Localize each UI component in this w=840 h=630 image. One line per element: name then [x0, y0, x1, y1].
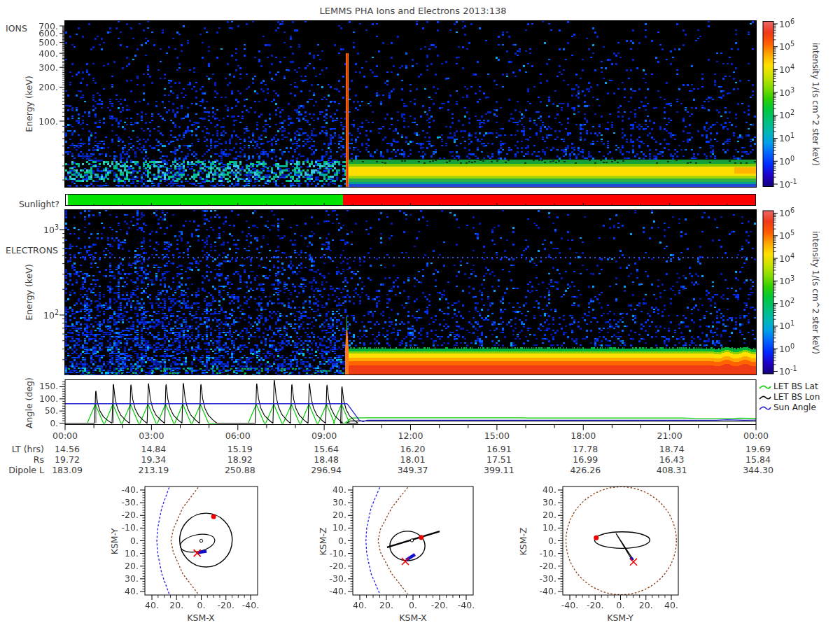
- ephemeris-value: 14.56: [55, 444, 80, 454]
- ephemeris-value: 17.51: [486, 454, 512, 465]
- electron-energy-axis-label: Energy (keV): [24, 263, 34, 322]
- row-label-dipole-l: Dipole L: [2, 465, 44, 475]
- svg-text:0.: 0.: [338, 536, 346, 546]
- ephemeris-value: 250.88: [225, 465, 255, 475]
- legend-item-sun-angle: Sun Angle: [759, 402, 816, 412]
- ephemeris-value: 183.09: [52, 465, 83, 475]
- svg-text:106: 106: [779, 18, 794, 29]
- svg-text:200.: 200.: [38, 82, 58, 92]
- svg-text:10.: 10.: [125, 548, 139, 559]
- ion-y-axis: 700.600.500.400.300.200.100.: [38, 21, 65, 181]
- svg-text:105: 105: [779, 229, 794, 241]
- ephemeris-value: 399.11: [484, 465, 514, 475]
- svg-text:102: 102: [779, 108, 794, 120]
- ephemeris-value: 15.64: [314, 444, 339, 454]
- svg-text:10-1: 10-1: [779, 365, 797, 377]
- legend-line-blue: [759, 403, 771, 412]
- svg-text:-10.: -10.: [330, 548, 346, 559]
- svg-text:-40.: -40.: [561, 600, 578, 610]
- ephemeris-value: 18.92: [227, 454, 253, 465]
- svg-text:103: 103: [43, 223, 59, 235]
- time-tick-label: 18:00: [570, 430, 596, 441]
- svg-text:100.: 100.: [38, 116, 58, 127]
- svg-text:20.: 20.: [125, 561, 139, 571]
- sunlight-segment-shadow: [343, 195, 755, 205]
- ephemeris-value: 18.48: [314, 454, 339, 465]
- svg-text:100: 100: [779, 155, 794, 167]
- svg-text:30.: 30.: [125, 573, 139, 584]
- svg-text:100: 100: [779, 342, 794, 354]
- sunlight-label: Sunlight?: [19, 199, 59, 209]
- angle-axis-label: Angle (deg): [24, 377, 34, 430]
- svg-text:40.: 40.: [332, 484, 346, 495]
- ion-energy-axis-label: Energy (keV): [24, 75, 34, 134]
- ephemeris-value: 408.31: [657, 465, 687, 475]
- svg-text:40.: 40.: [542, 484, 556, 495]
- ephemeris-value: 16.43: [659, 454, 685, 465]
- svg-text:40.: 40.: [125, 586, 139, 596]
- ephemeris-value: 296.94: [311, 465, 342, 475]
- orbit2-xlabel: KSM-X: [385, 612, 441, 623]
- svg-text:20.: 20.: [169, 600, 183, 610]
- svg-text:105: 105: [779, 40, 794, 52]
- legend-label: LET BS Lon: [774, 392, 820, 402]
- svg-text:106: 106: [779, 206, 794, 218]
- legend-item-let-bs-lat: LET BS Lat: [759, 382, 818, 391]
- svg-text:700.: 700.: [38, 21, 58, 31]
- time-tick-label: 03:00: [139, 430, 164, 441]
- svg-text:20.: 20.: [379, 600, 393, 610]
- sunlight-segment-sunlit: [68, 195, 343, 205]
- orbit1-ylabel: KSM-Y: [109, 514, 120, 570]
- legend-line-black: [759, 393, 771, 401]
- svg-text:-20.: -20.: [330, 561, 346, 571]
- sunlight-bar: [65, 194, 756, 206]
- svg-text:101: 101: [779, 319, 794, 331]
- time-tick-label: 00:00: [52, 430, 78, 441]
- svg-text:0.: 0.: [409, 600, 417, 610]
- row-label-rs: Rs: [2, 454, 44, 465]
- svg-text:-10.: -10.: [540, 548, 556, 559]
- svg-text:0.: 0.: [617, 600, 625, 610]
- svg-text:40.: 40.: [353, 600, 367, 610]
- ephemeris-value: 16.20: [400, 444, 426, 454]
- orbit-ksmz-vs-ksmy: -40.-20.0.20.40.40.30.20.10.0.-10.-20.-3…: [540, 484, 678, 610]
- svg-text:0.: 0.: [50, 419, 58, 428]
- svg-text:0.: 0.: [197, 600, 206, 610]
- svg-text:-30.: -30.: [122, 497, 139, 507]
- ion-colorbar-label: intensity 1/(s cm^2 ster keV): [811, 39, 820, 169]
- lemms-pha-plot-page: LEMMS PHA Ions and Electrons 2013:138 IO…: [0, 0, 840, 630]
- ephemeris-value: 14.84: [141, 444, 166, 454]
- svg-text:0.: 0.: [130, 536, 139, 546]
- electron-y-axis: 103102: [43, 223, 65, 360]
- svg-text:150.: 150.: [39, 382, 58, 391]
- ephemeris-value: 16.91: [486, 444, 512, 454]
- svg-text:-40.: -40.: [242, 600, 259, 610]
- legend-label: Sun Angle: [774, 402, 816, 412]
- svg-text:-20.: -20.: [218, 600, 234, 610]
- svg-text:-10.: -10.: [122, 522, 139, 533]
- time-tick-label: 09:00: [312, 430, 337, 441]
- orbit1-xlabel: KSM-X: [173, 612, 229, 623]
- svg-text:20.: 20.: [542, 510, 556, 520]
- orbit-ksmz-vs-ksmx: 40.20.0.-20.-40.40.30.20.10.0.-10.-20.-3…: [330, 484, 475, 610]
- svg-text:102: 102: [779, 297, 794, 309]
- electrons-panel-label: ELECTRONS: [6, 245, 58, 255]
- orbit3-ylabel: KSM-Z: [518, 514, 528, 570]
- legend-label: LET BS Lat: [774, 382, 818, 391]
- svg-text:40.: 40.: [145, 600, 159, 610]
- svg-text:-40.: -40.: [330, 586, 346, 596]
- svg-text:100.: 100.: [39, 394, 58, 404]
- svg-text:-40.: -40.: [540, 586, 556, 596]
- svg-text:20.: 20.: [332, 510, 346, 520]
- svg-text:0.: 0.: [548, 536, 556, 546]
- ephemeris-value: 213.19: [139, 465, 169, 475]
- svg-text:300.: 300.: [38, 62, 58, 73]
- legend-item-let-bs-lon: LET BS Lon: [759, 392, 820, 402]
- svg-text:20.: 20.: [639, 600, 653, 610]
- svg-text:102: 102: [43, 309, 59, 321]
- ephemeris-value: 19.34: [141, 454, 166, 465]
- svg-text:-40.: -40.: [458, 600, 475, 610]
- time-tick-label: 12:00: [398, 430, 423, 441]
- orbit2-ylabel: KSM-Z: [318, 514, 328, 570]
- ephemeris-value: 15.84: [746, 454, 771, 465]
